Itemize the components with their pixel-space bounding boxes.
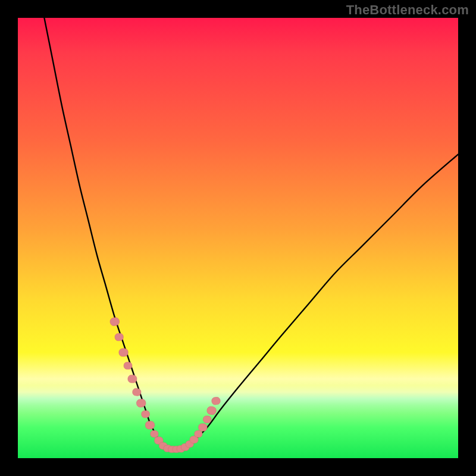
chart-container: TheBottleneck.com bbox=[0, 0, 476, 476]
marker-dot bbox=[141, 411, 149, 418]
marker-dot bbox=[115, 333, 124, 342]
marker-dot bbox=[132, 388, 141, 396]
marker-dot bbox=[198, 424, 207, 431]
marker-dot bbox=[151, 430, 159, 437]
marker-dot bbox=[203, 416, 211, 424]
marker-dot bbox=[119, 348, 129, 356]
chart-svg bbox=[18, 18, 458, 458]
marker-dot bbox=[124, 362, 132, 369]
bottleneck-curve bbox=[44, 18, 458, 450]
marker-dot bbox=[109, 317, 120, 326]
plot-area bbox=[18, 18, 458, 458]
marker-dot bbox=[195, 430, 203, 437]
highlight-markers bbox=[109, 317, 221, 453]
marker-dot bbox=[127, 375, 137, 383]
watermark-text: TheBottleneck.com bbox=[346, 2, 469, 18]
marker-dot bbox=[206, 406, 217, 415]
marker-dot bbox=[145, 421, 155, 430]
marker-dot bbox=[211, 397, 221, 405]
